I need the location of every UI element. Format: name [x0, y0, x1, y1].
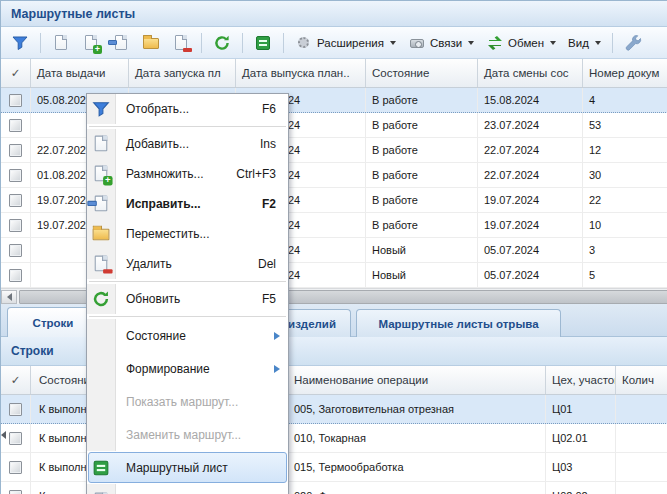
cell-doc-number: 3: [583, 238, 667, 262]
delete-document-icon: [172, 34, 190, 52]
checkbox-cell: [1, 188, 31, 212]
cell-workshop: Ц02.01: [546, 424, 616, 452]
toolbar-separator: [242, 33, 243, 53]
cell-state: В работе: [366, 113, 478, 137]
toolbar-button-menu[interactable]: Вид: [564, 35, 605, 51]
row-checkbox[interactable]: [9, 269, 22, 282]
toolbar-button-add-document[interactable]: +: [78, 32, 104, 54]
cell-state-change-date: 22.07.2024: [478, 163, 583, 187]
lines-column-header-operation[interactable]: Наименование операции: [288, 366, 546, 394]
menu-item-shortcut: Del: [258, 257, 288, 271]
splitter-handle[interactable]: [1, 429, 7, 441]
row-checkbox[interactable]: [9, 219, 22, 232]
menu-item-добавить[interactable]: Добавить...Ins: [87, 129, 288, 159]
toolbar-button-edit-document[interactable]: [108, 32, 134, 54]
toolbar-separator: [201, 33, 202, 53]
toolbar-button-label: Расширения: [317, 37, 384, 49]
column-header-doc-number[interactable]: Номер докум: [583, 59, 667, 87]
menu-item-label: Состояние: [116, 329, 274, 343]
menu-item-label: Удалить: [116, 257, 258, 271]
menu-item-маршрутный-лист[interactable]: Маршрутный лист: [87, 451, 288, 484]
menu-item-label: Добавить...: [116, 137, 260, 151]
menu-item-формирование[interactable]: Формирование: [87, 352, 288, 385]
row-checkbox[interactable]: [9, 403, 22, 416]
menu-item-label: Формирование: [116, 362, 274, 376]
row-checkbox[interactable]: [9, 94, 22, 107]
cell-quantity: [616, 395, 667, 423]
cell-operation-name: 010, Токарная: [288, 424, 546, 452]
menu-item-исправить[interactable]: Исправить...F2: [87, 189, 288, 219]
cell-doc-number: 53: [583, 113, 667, 137]
toolbar-separator: [283, 33, 284, 53]
exchange-icon: [486, 34, 504, 52]
menu-item-размножить[interactable]: +Размножить...Ctrl+F3: [87, 159, 288, 189]
route-sheets-window: Маршрутные листы +РасширенияСвязиОбменВи…: [0, 0, 667, 494]
row-checkbox[interactable]: [9, 244, 22, 257]
cell-state-change-date: 19.07.2024: [478, 213, 583, 237]
cell-state-change-date: 05.07.2024: [478, 263, 583, 287]
chevron-down-icon: [468, 41, 474, 45]
toolbar-button-open-folder[interactable]: [138, 32, 164, 54]
cell-doc-number: 4: [583, 88, 667, 112]
menu-item-shortcut: F5: [262, 292, 288, 306]
lines-column-header-check[interactable]: ✓: [1, 366, 31, 394]
row-checkbox[interactable]: [9, 194, 22, 207]
checkbox-cell: [1, 213, 31, 237]
row-checkbox[interactable]: [9, 432, 22, 445]
toolbar-separator: [612, 33, 613, 53]
column-header-state[interactable]: Состояние: [366, 59, 478, 87]
menu-item-shortcut: F6: [262, 102, 288, 116]
toolbar-button-wrench[interactable]: [620, 32, 646, 54]
checkbox-cell: [1, 113, 31, 137]
toolbar-button-refresh[interactable]: [209, 32, 235, 54]
chevron-down-icon: [390, 41, 396, 45]
toolbar-button-exchange[interactable]: Обмен: [482, 32, 560, 54]
toolbar-button-links[interactable]: Связи: [404, 32, 478, 54]
toolbar: +РасширенияСвязиОбменВид: [1, 27, 667, 59]
menu-icon-gutter: [87, 484, 116, 494]
lines-column-header-quantity[interactable]: Колич: [616, 366, 667, 394]
menu-item-отобрать[interactable]: Отобрать...F6: [87, 94, 288, 124]
row-checkbox[interactable]: [9, 119, 22, 132]
toolbar-button-excel[interactable]: [250, 32, 276, 54]
menu-item-переместить[interactable]: Переместить...: [87, 219, 288, 249]
row-checkbox[interactable]: [9, 144, 22, 157]
menu-icon-gutter: [87, 319, 116, 352]
tab-tear-off-route-sheets[interactable]: Маршрутные листы отрыва: [356, 309, 561, 337]
cell-state-change-date: 05.07.2024: [478, 238, 583, 262]
menu-item-обновить[interactable]: ОбновитьF5: [87, 284, 288, 314]
column-header-release-date[interactable]: Дата выпуска план..: [236, 59, 366, 87]
menu-item-label: Размножить...: [116, 167, 236, 181]
cell-doc-number: 10: [583, 213, 667, 237]
toolbar-button-filter[interactable]: [7, 32, 33, 54]
toolbar-button-extensions[interactable]: Расширения: [291, 32, 400, 54]
row-checkbox[interactable]: [9, 461, 22, 474]
toolbar-button-label: Вид: [568, 37, 589, 49]
cell-state: Новый: [366, 263, 478, 287]
panel-titlebar: Маршрутные листы: [1, 1, 667, 27]
column-header-launch-date[interactable]: Дата запуска пл: [129, 59, 236, 87]
menu-item-label: Исправить...: [116, 197, 262, 211]
checkbox-cell: [1, 138, 31, 162]
toolbar-button-delete-document[interactable]: [168, 32, 194, 54]
menu-item-состояние[interactable]: Состояние: [87, 319, 288, 352]
column-header-state-change-date[interactable]: Дата смены сос: [478, 59, 583, 87]
checkbox-cell: [1, 395, 31, 423]
menu-item-удалить[interactable]: УдалитьDel: [87, 249, 288, 279]
row-checkbox[interactable]: [9, 490, 22, 494]
cell-doc-number: 12: [583, 138, 667, 162]
refresh-icon: [92, 290, 111, 309]
scroll-left-button[interactable]: [1, 290, 17, 304]
column-header-check[interactable]: ✓: [1, 59, 31, 87]
toolbar-button-new-document[interactable]: [48, 32, 74, 54]
menu-item-submenu[interactable]: [87, 484, 288, 494]
lines-column-header-workshop[interactable]: Цех, участок.: [546, 366, 616, 394]
chevron-down-icon: [550, 41, 556, 45]
cell-state: Новый: [366, 238, 478, 262]
row-checkbox[interactable]: [9, 169, 22, 182]
menu-icon-gutter: [87, 418, 116, 451]
cell-state: В работе: [366, 188, 478, 212]
extensions-icon: [295, 34, 313, 52]
column-header-issue-date[interactable]: Дата выдачи: [31, 59, 129, 87]
wrench-icon: [624, 34, 642, 52]
